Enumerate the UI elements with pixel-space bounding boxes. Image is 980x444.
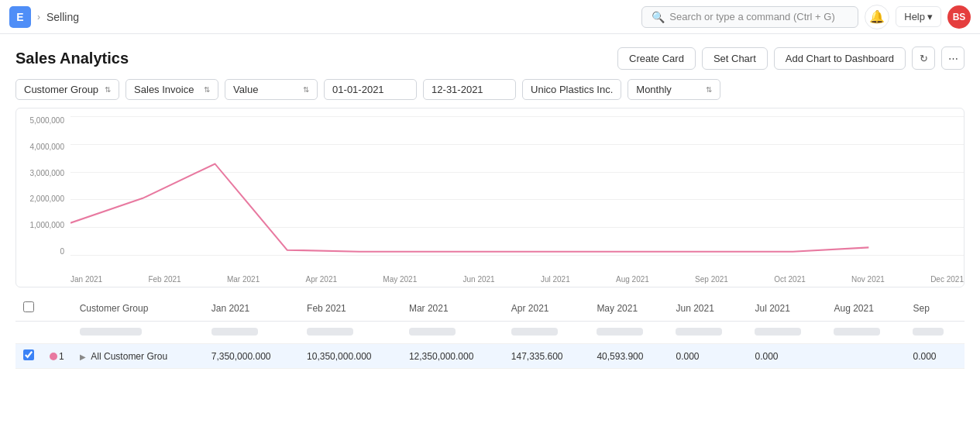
filter-bar-jul bbox=[755, 328, 801, 336]
create-card-button[interactable]: Create Card bbox=[617, 47, 696, 70]
row-customer-name: All Customer Grou bbox=[91, 351, 167, 362]
y-label-1m: 1,000,000 bbox=[30, 221, 65, 229]
value-field-label: Value bbox=[233, 84, 258, 95]
x-label-oct: Oct 2021 bbox=[774, 275, 806, 284]
filter-bar-may bbox=[597, 328, 643, 336]
avatar[interactable]: BS bbox=[947, 5, 971, 29]
row-sep: 0.000 bbox=[905, 344, 965, 369]
breadcrumb-chevron: › bbox=[37, 12, 40, 22]
chart-container: 5,000,000 4,000,000 3,000,000 2,000,000 … bbox=[15, 108, 965, 287]
x-label-sep: Sep 2021 bbox=[695, 275, 728, 284]
header-actions: Create Card Set Chart Add Chart to Dashb… bbox=[617, 46, 965, 70]
page-header: Sales Analytics Create Card Set Chart Ad… bbox=[0, 34, 980, 79]
row-may: 40,593.900 bbox=[589, 344, 668, 369]
y-axis: 5,000,000 4,000,000 3,000,000 2,000,000 … bbox=[16, 116, 70, 256]
filter-bar: Customer Group ⇅ Sales Invoice ⇅ Value ⇅… bbox=[0, 79, 980, 108]
chart-inner: 5,000,000 4,000,000 3,000,000 2,000,000 … bbox=[16, 116, 964, 287]
row-jul: 0.000 bbox=[747, 344, 826, 369]
filter-bar-feb bbox=[307, 328, 353, 336]
help-label: Help bbox=[904, 11, 925, 22]
refresh-icon: ↻ bbox=[920, 53, 928, 64]
group-by-label: Customer Group bbox=[24, 84, 98, 95]
module-title: Selling bbox=[46, 11, 79, 23]
chart-line bbox=[70, 163, 868, 251]
y-label-2m: 2,000,000 bbox=[30, 194, 65, 203]
col-checkbox bbox=[15, 295, 42, 322]
row-checkbox[interactable] bbox=[23, 349, 34, 360]
filter-bar-sep bbox=[913, 328, 944, 336]
value-field-select[interactable]: Value ⇅ bbox=[225, 79, 318, 100]
filter-bar-jun bbox=[676, 328, 722, 336]
x-label-aug: Aug 2021 bbox=[616, 275, 649, 284]
chart-section: 5,000,000 4,000,000 3,000,000 2,000,000 … bbox=[0, 108, 980, 287]
filter-bar-mar bbox=[409, 328, 456, 336]
select-all-checkbox[interactable] bbox=[23, 301, 34, 312]
app-logo[interactable]: E bbox=[9, 6, 31, 28]
y-label-0: 0 bbox=[60, 247, 64, 256]
set-chart-button[interactable]: Set Chart bbox=[702, 47, 768, 70]
filter-bar-customer bbox=[80, 328, 142, 336]
col-jul: Jul 2021 bbox=[747, 295, 826, 322]
line-chart bbox=[70, 116, 964, 256]
x-label-may: May 2021 bbox=[383, 275, 417, 284]
page-title: Sales Analytics bbox=[15, 50, 129, 67]
row-jan: 7,350,000.000 bbox=[204, 344, 299, 369]
search-placeholder: Search or type a command (Ctrl + G) bbox=[669, 11, 835, 22]
from-date-value: 01-01-2021 bbox=[332, 84, 384, 95]
x-axis: Jan 2021 Feb 2021 Mar 2021 Apr 2021 May … bbox=[70, 272, 964, 287]
customer-value: Unico Plastics Inc. bbox=[531, 84, 613, 95]
row-aug bbox=[826, 344, 905, 369]
group-by-select[interactable]: Customer Group ⇅ bbox=[15, 79, 119, 100]
doc-type-select[interactable]: Sales Invoice ⇅ bbox=[126, 79, 218, 100]
y-label-3m: 3,000,000 bbox=[30, 169, 65, 177]
row-feb: 10,350,000.000 bbox=[299, 344, 401, 369]
x-label-jul: Jul 2021 bbox=[541, 275, 570, 284]
expand-icon[interactable]: ▶ bbox=[80, 353, 86, 361]
doc-type-chevron-icon: ⇅ bbox=[204, 85, 210, 94]
from-date-input[interactable]: 01-01-2021 bbox=[324, 79, 417, 100]
col-num bbox=[42, 295, 72, 322]
x-label-jan: Jan 2021 bbox=[70, 275, 102, 284]
to-date-value: 12-31-2021 bbox=[432, 84, 483, 95]
period-select[interactable]: Monthly ⇅ bbox=[628, 79, 720, 100]
notification-button[interactable]: 🔔 bbox=[865, 5, 889, 29]
group-by-chevron-icon: ⇅ bbox=[105, 85, 111, 94]
to-date-input[interactable]: 12-31-2021 bbox=[423, 79, 516, 100]
filter-bar-apr bbox=[511, 328, 558, 336]
value-field-chevron-icon: ⇅ bbox=[303, 85, 309, 94]
col-sep: Sep bbox=[905, 295, 965, 322]
navbar: E › Selling 🔍 Search or type a command (… bbox=[0, 0, 980, 34]
x-label-apr: Apr 2021 bbox=[305, 275, 337, 284]
table-section: Customer Group Jan 2021 Feb 2021 Mar 202… bbox=[0, 287, 980, 377]
doc-type-label: Sales Invoice bbox=[134, 84, 194, 95]
table-filter-row bbox=[15, 322, 965, 344]
help-button[interactable]: Help ▾ bbox=[896, 6, 941, 27]
customer-select[interactable]: Unico Plastics Inc. bbox=[522, 79, 621, 100]
period-chevron-icon: ⇅ bbox=[706, 85, 712, 94]
y-label-4m: 4,000,000 bbox=[30, 143, 65, 151]
search-box[interactable]: 🔍 Search or type a command (Ctrl + G) bbox=[641, 6, 858, 28]
row-mar: 12,350,000.000 bbox=[401, 344, 504, 369]
col-customer-group: Customer Group bbox=[72, 295, 204, 322]
help-chevron-icon: ▾ bbox=[927, 11, 933, 22]
row-checkbox-cell bbox=[15, 344, 42, 369]
add-chart-button[interactable]: Add Chart to Dashboard bbox=[774, 47, 906, 70]
x-label-mar: Mar 2021 bbox=[227, 275, 260, 284]
row-color-dot bbox=[50, 353, 57, 360]
y-label-5m: 5,000,000 bbox=[30, 116, 65, 125]
col-jan: Jan 2021 bbox=[204, 295, 299, 322]
period-label: Monthly bbox=[636, 84, 672, 95]
row-name-cell: ▶ All Customer Grou bbox=[72, 344, 204, 369]
row-num: 1 bbox=[59, 351, 64, 362]
row-jun: 0.000 bbox=[668, 344, 747, 369]
more-icon: ⋯ bbox=[948, 53, 958, 64]
col-feb: Feb 2021 bbox=[299, 295, 401, 322]
refresh-button[interactable]: ↻ bbox=[912, 46, 935, 70]
table-row: 1 ▶ All Customer Grou 7,350,000.000 10,3… bbox=[15, 344, 965, 369]
x-label-dec: Dec 2021 bbox=[930, 275, 964, 284]
filter-bar-aug bbox=[834, 328, 880, 336]
x-label-jun: Jun 2021 bbox=[463, 275, 495, 284]
col-jun: Jun 2021 bbox=[668, 295, 747, 322]
more-options-button[interactable]: ⋯ bbox=[941, 46, 965, 70]
col-may: May 2021 bbox=[589, 295, 668, 322]
